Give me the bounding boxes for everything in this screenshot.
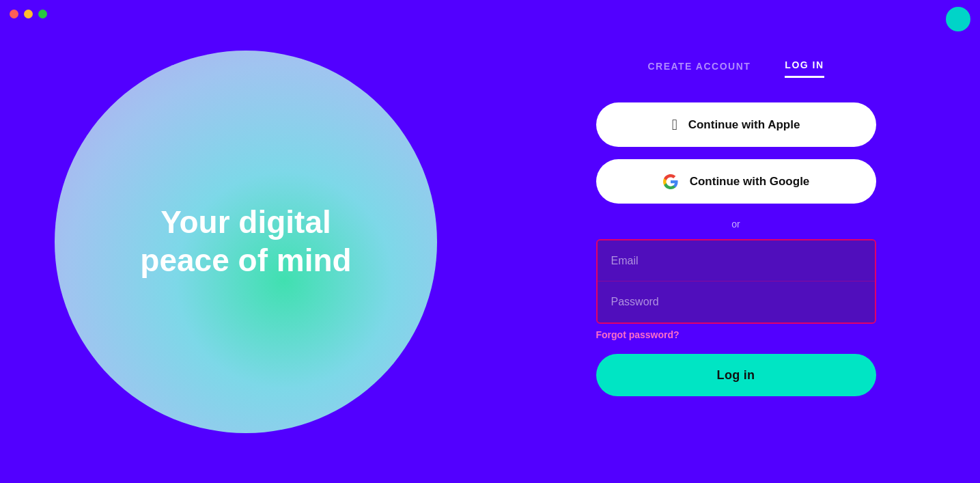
login-form:  Continue with Apple Continue with Goog… <box>596 102 876 396</box>
hero-circle: Your digital peace of mind <box>55 51 437 433</box>
tab-create-account[interactable]: CREATE ACCOUNT <box>647 59 751 78</box>
continue-with-google-button[interactable]: Continue with Google <box>596 159 876 204</box>
continue-with-apple-button[interactable]:  Continue with Apple <box>596 102 876 147</box>
left-panel: Your digital peace of mind <box>0 0 492 483</box>
google-button-label: Continue with Google <box>690 175 810 189</box>
tab-login[interactable]: LOG IN <box>785 59 824 78</box>
email-input[interactable] <box>598 240 875 281</box>
forgot-password-link[interactable]: Forgot password? <box>596 329 680 340</box>
maximize-button[interactable] <box>38 10 47 18</box>
hero-text-line1: Your digital <box>160 204 331 240</box>
user-avatar[interactable] <box>946 7 970 31</box>
close-button[interactable] <box>10 10 18 18</box>
or-divider: or <box>731 219 740 230</box>
hero-text: Your digital peace of mind <box>126 190 365 292</box>
password-input[interactable] <box>598 281 875 322</box>
apple-button-label: Continue with Apple <box>688 118 800 132</box>
right-panel: CREATE ACCOUNT LOG IN  Continue with Ap… <box>492 0 980 483</box>
traffic-lights <box>10 10 47 18</box>
google-icon <box>662 174 679 190</box>
auth-tabs: CREATE ACCOUNT LOG IN <box>647 59 824 78</box>
credentials-input-group <box>596 239 876 324</box>
hero-text-line2: peace of mind <box>140 243 351 278</box>
minimize-button[interactable] <box>24 10 33 18</box>
login-button[interactable]: Log in <box>596 354 876 396</box>
apple-icon:  <box>672 118 677 133</box>
